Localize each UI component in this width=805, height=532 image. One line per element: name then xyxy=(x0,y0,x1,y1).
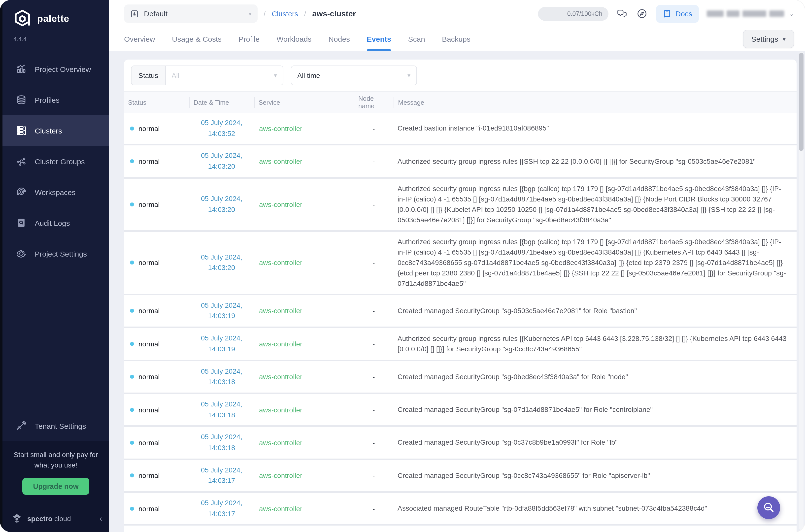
event-datetime-cell: 05 July 2024, 14:03:20 xyxy=(189,193,254,215)
event-row: normal 05 July 2024, 14:03:20 aws-contro… xyxy=(124,179,797,230)
event-service: aws-controller xyxy=(254,439,354,446)
upgrade-now-button[interactable]: Upgrade now xyxy=(22,478,90,495)
network-nodes-icon xyxy=(15,155,27,167)
sidebar-item-audit-logs[interactable]: Audit Logs xyxy=(2,207,109,238)
status-dot-icon xyxy=(130,507,134,510)
chevron-down-icon: ▾ xyxy=(783,36,786,42)
tab-backups[interactable]: Backups xyxy=(442,27,471,51)
event-service: aws-controller xyxy=(254,373,354,381)
time-range-filter[interactable]: All time ▾ xyxy=(291,65,417,86)
tab-scan[interactable]: Scan xyxy=(408,27,425,51)
column-header-status: Status xyxy=(124,97,189,108)
event-datetime-cell: 05 July 2024, 14:03:18 xyxy=(189,432,254,454)
event-status-label: normal xyxy=(138,505,160,512)
sidebar-item-tenant-settings[interactable]: Tenant Settings xyxy=(2,411,109,441)
event-node-name: - xyxy=(354,259,394,267)
status-dot-icon xyxy=(130,261,134,265)
project-selector[interactable]: Default ▾ xyxy=(124,4,257,23)
event-node-name: - xyxy=(354,124,394,132)
event-status-label: normal xyxy=(138,340,160,348)
event-status-cell: normal xyxy=(124,259,189,267)
event-service: aws-controller xyxy=(254,406,354,414)
event-status-cell: normal xyxy=(124,472,189,480)
event-time: 14:03:20 xyxy=(208,264,235,272)
event-date: 05 July 2024, xyxy=(201,301,243,309)
status-filter[interactable]: Status All ▾ xyxy=(131,65,283,86)
tab-events[interactable]: Events xyxy=(367,27,391,51)
event-status-cell: normal xyxy=(124,340,189,348)
spectro-word: spectro xyxy=(27,515,52,522)
settings-button[interactable]: Settings ▾ xyxy=(743,30,794,48)
event-node-name: - xyxy=(354,201,394,208)
column-header-message: Message xyxy=(394,97,797,108)
event-row: normal 05 July 2024, 14:03:18 aws-contro… xyxy=(124,427,797,459)
event-message: Associated managed RouteTable "rtb-0dfa8… xyxy=(394,503,797,514)
layers-icon xyxy=(15,94,27,106)
event-row: normal 05 July 2024, 14:03:18 aws-contro… xyxy=(124,361,797,393)
chevron-down-icon: ▾ xyxy=(249,10,252,17)
event-status-label: normal xyxy=(138,406,160,414)
event-status-cell: normal xyxy=(124,505,189,512)
event-message: Created managed SecurityGroup "sg-0cc8c7… xyxy=(394,471,797,481)
sidebar-item-label: Audit Logs xyxy=(35,218,70,227)
promo-text: Start small and only pay for what you us… xyxy=(9,450,102,470)
event-status-label: normal xyxy=(138,124,160,132)
event-message: Authorized security group ingress rules … xyxy=(394,237,797,289)
event-status-cell: normal xyxy=(124,201,189,208)
status-dot-icon xyxy=(130,441,134,445)
status-dot-icon xyxy=(130,309,134,313)
status-filter-value[interactable]: All ▾ xyxy=(166,66,283,85)
event-time: 14:03:52 xyxy=(208,129,235,137)
event-date: 05 July 2024, xyxy=(201,152,243,159)
sidebar-item-label: Workspaces xyxy=(35,188,76,196)
sidebar-item-workspaces[interactable]: Workspaces xyxy=(2,177,109,207)
event-time: 14:03:18 xyxy=(208,378,235,386)
tab-usage-costs[interactable]: Usage & Costs xyxy=(172,27,222,51)
sidebar-item-label: Tenant Settings xyxy=(35,422,86,430)
status-dot-icon xyxy=(130,375,134,379)
event-service: aws-controller xyxy=(254,307,354,315)
vertical-scrollbar xyxy=(799,52,804,530)
tab-overview[interactable]: Overview xyxy=(124,27,155,51)
user-menu[interactable]: ⌄ xyxy=(707,10,794,17)
sidebar-item-label: Clusters xyxy=(35,126,62,135)
breadcrumb-clusters-link[interactable]: Clusters xyxy=(272,10,298,18)
event-time: 14:03:19 xyxy=(208,312,235,320)
event-service: aws-controller xyxy=(254,201,354,208)
palette-logo-icon xyxy=(13,9,32,29)
event-status-cell: normal xyxy=(124,124,189,132)
event-date: 05 July 2024, xyxy=(201,253,243,261)
sidebar-item-project-settings[interactable]: Project Settings xyxy=(2,238,109,269)
tab-workloads[interactable]: Workloads xyxy=(276,27,311,51)
docs-button[interactable]: Docs xyxy=(656,5,699,23)
feedback-chat-icon[interactable] xyxy=(616,8,628,20)
tab-nodes[interactable]: Nodes xyxy=(328,27,350,51)
clusters-icon xyxy=(15,125,27,136)
status-dot-icon xyxy=(130,408,134,412)
event-datetime-cell: 05 July 2024, 14:03:17 xyxy=(189,465,254,486)
sidebar-item-profiles[interactable]: Profiles xyxy=(2,84,109,115)
compass-icon[interactable] xyxy=(636,8,648,20)
sidebar-item-clusters[interactable]: Clusters xyxy=(2,115,109,146)
status-dot-icon xyxy=(130,159,134,163)
event-datetime-cell: 05 July 2024, 14:03:19 xyxy=(189,300,254,322)
event-row: normal 05 July 2024, 14:03:18 aws-contro… xyxy=(124,394,797,425)
event-status-label: normal xyxy=(138,307,160,315)
event-node-name: - xyxy=(354,157,394,165)
tab-profile[interactable]: Profile xyxy=(238,27,260,51)
scrollbar-thumb[interactable] xyxy=(799,53,804,151)
orbit-icon xyxy=(15,186,27,198)
sidebar-item-cluster-groups[interactable]: Cluster Groups xyxy=(2,146,109,177)
event-service: aws-controller xyxy=(254,124,354,132)
sidebar-item-project-overview[interactable]: Project Overview xyxy=(2,54,109,84)
event-node-name: - xyxy=(354,406,394,414)
spectro-cloud-wordmark: spectro cloud xyxy=(27,515,71,522)
event-status-cell: normal xyxy=(124,157,189,165)
status-dot-icon xyxy=(130,342,134,346)
bar-chart-icon xyxy=(15,63,27,75)
gear-icon xyxy=(15,248,27,260)
event-row: normal 05 July 2024, 14:03:52 aws-contro… xyxy=(124,113,797,144)
help-search-fab[interactable] xyxy=(758,496,780,519)
event-status-label: normal xyxy=(138,259,160,267)
collapse-sidebar-icon[interactable]: ‹ xyxy=(99,514,102,523)
